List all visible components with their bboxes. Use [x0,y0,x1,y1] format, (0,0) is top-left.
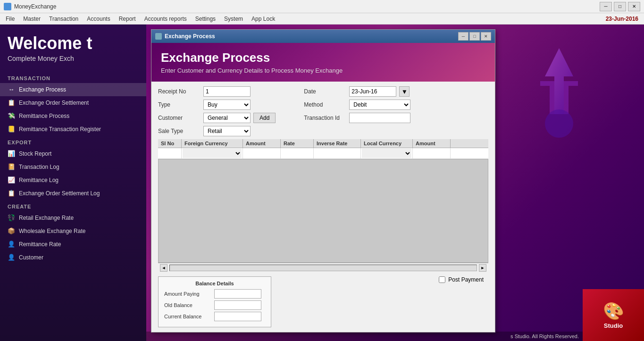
sidebar-item-transaction-log[interactable]: 📔 Transaction Log [0,160,146,174]
dialog-header: Exchange Process Enter Customer and Curr… [151,43,495,82]
remittance-log-icon: 📈 [8,176,15,184]
cell-foreign-currency-select[interactable] [182,148,243,158]
col-inverse-rate: Inverse Rate [314,139,361,148]
retail-rate-icon: 💱 [8,214,15,222]
customer-select[interactable]: General Corporate [203,113,251,123]
form-left: Receipt No Type Buy Sell Customer [158,86,276,139]
transaction-id-input[interactable] [349,113,410,123]
dialog-close-button[interactable]: ✕ [481,32,491,41]
menu-master[interactable]: Master [19,15,44,23]
old-balance-label: Old Balance [164,302,211,308]
scroll-left-button[interactable]: ◄ [160,264,167,272]
method-label: Method [304,101,346,108]
date-picker-button[interactable]: ▼ [399,86,410,97]
app-close-button[interactable]: ✕ [628,2,640,11]
customer-icon: 👤 [8,254,15,261]
amount-input[interactable] [244,149,279,158]
exchange-process-icon: ↔ [8,86,15,93]
foreign-currency-select[interactable] [183,149,242,158]
receipt-no-row: Receipt No [158,86,276,97]
sidebar-item-label: Exchange Order Settlement Log [19,190,100,197]
sidebar-item-exchange-order-settlement[interactable]: 📋 Exchange Order Settlement [0,96,146,109]
menu-accounts-reports[interactable]: Accounts reports [141,15,191,23]
sidebar-item-label: Transaction Log [19,164,59,170]
balance-box: Balance Details Amount Paying Old Balanc… [158,276,271,327]
sidebar-item-retail-exchange-rate[interactable]: 💱 Retail Exchange Rate [0,211,146,225]
cell-amount-input[interactable] [243,148,281,158]
exchange-order-log-icon: 📋 [8,190,15,197]
content-area: 🎨 Studio s Studio. All Rights Reserved. … [146,25,644,341]
menu-file[interactable]: File [2,15,18,23]
exchange-order-icon: 📋 [8,99,15,107]
sidebar-item-customer[interactable]: 👤 Customer [0,251,146,264]
sidebar-item-stock-report[interactable]: 📊 Stock Report [0,147,146,160]
app-icon [4,3,11,10]
sidebar-item-remittance-process[interactable]: 💸 Remittance Process [0,109,146,123]
cell-inverse-rate-input[interactable] [314,148,361,158]
copyright-bar: s Studio. All Rights Reserved. [146,332,583,341]
sidebar-item-remittance-log[interactable]: 📈 Remittance Log [0,174,146,187]
dialog-header-title: Exchange Process [161,50,485,65]
method-select[interactable]: Debit Credit Cash [349,100,410,110]
current-balance-row: Current Balance [164,312,265,321]
date-input[interactable] [349,86,396,97]
form-top: Receipt No Type Buy Sell Customer [158,86,488,139]
maximize-button[interactable]: □ [614,2,626,11]
dialog-icon [155,33,162,40]
col-sl-no: Sl No [158,139,182,148]
cell-rate-input[interactable] [281,148,314,158]
menu-settings[interactable]: Settings [192,15,219,23]
dialog-title: Exchange Process [165,33,458,40]
dialog-minimize-button[interactable]: ─ [458,32,468,41]
add-customer-button[interactable]: Add [253,113,276,123]
sidebar-item-remittance-transaction-register[interactable]: 📒 Remittance Transaction Register [0,123,146,136]
customer-label: Customer [158,115,201,121]
scrollbar-track[interactable] [169,265,477,271]
remittance-process-icon: 💸 [8,112,15,120]
receipt-no-label: Receipt No [158,88,201,95]
type-select[interactable]: Buy Sell [203,100,251,110]
minimize-button[interactable]: ─ [600,2,612,11]
sidebar-item-exchange-process[interactable]: ↔ Exchange Process [0,83,146,96]
menu-accounts[interactable]: Accounts [83,15,114,23]
old-balance-input[interactable] [214,300,261,310]
local-currency-select[interactable] [362,149,411,158]
sidebar-item-label: Exchange Order Settlement [19,100,89,106]
welcome-title: Welcome t [8,34,139,53]
sidebar-item-wholesale-exchange-rate[interactable]: 📦 Wholesale Exchange Rate [0,225,146,238]
section-create: CREATE [0,200,146,211]
current-balance-input[interactable] [214,312,261,321]
cell-local-currency-select[interactable] [361,148,413,158]
sidebar-item-label: Customer [19,254,43,261]
menu-system[interactable]: System [220,15,247,23]
scroll-right-button[interactable]: ► [479,264,486,272]
menu-report[interactable]: Report [115,15,140,23]
sidebar-item-label: Exchange Process [19,86,66,93]
amount-paying-input[interactable] [214,289,261,299]
post-payment-checkbox[interactable] [439,276,445,283]
cell-local-amount-input[interactable] [413,148,451,158]
dialog-maximize-button[interactable]: □ [469,32,480,41]
currency-table-wrapper: Sl No Foreign Currency Amount Rate Inver… [158,139,488,273]
date-label: Date [304,88,346,95]
sidebar-item-label: Retail Exchange Rate [19,215,74,221]
menu-transaction[interactable]: Transaction [45,15,82,23]
remittance-rate-icon: 👤 [8,241,15,248]
inverse-rate-input[interactable] [315,149,360,158]
old-balance-row: Old Balance [164,300,265,310]
receipt-no-input[interactable] [203,86,251,97]
post-payment-area: Post Payment [439,276,488,283]
menu-app-lock[interactable]: App Lock [248,15,279,23]
sidebar-item-exchange-order-settlement-log[interactable]: 📋 Exchange Order Settlement Log [0,187,146,200]
rate-input[interactable] [282,149,312,158]
sidebar-item-remittance-rate[interactable]: 👤 Remittance Rate [0,238,146,251]
dialog-controls: ─ □ ✕ [458,32,491,41]
table-data-area [158,159,488,263]
balance-details-title: Balance Details [164,281,265,286]
stock-report-icon: 📊 [8,150,15,158]
sale-type-select[interactable]: Retail Wholesale [203,126,251,136]
transaction-id-label: Transaction Id [304,115,346,121]
local-amount-input[interactable] [414,149,449,158]
col-rate: Rate [281,139,314,148]
table-input-row [158,148,488,159]
